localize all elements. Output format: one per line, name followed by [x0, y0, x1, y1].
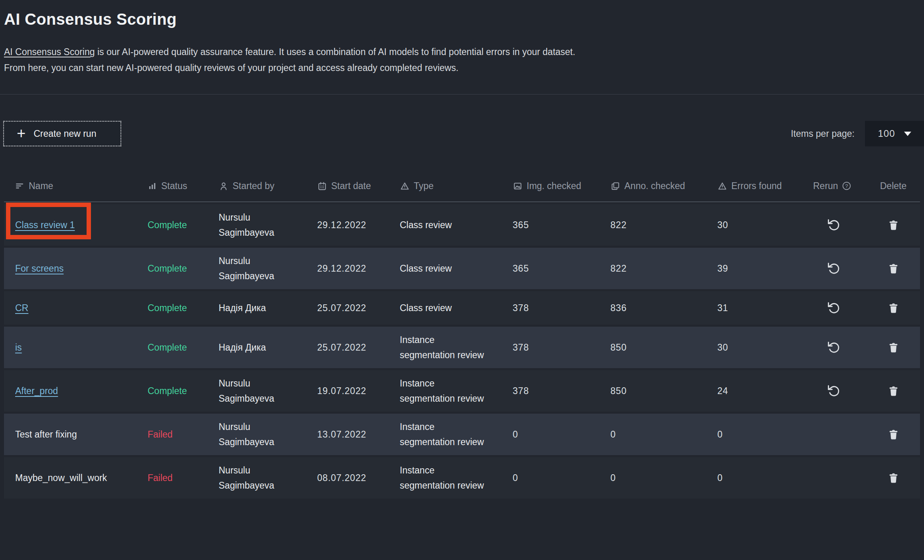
- column-header-name: Name: [15, 181, 148, 191]
- delete-button[interactable]: [885, 300, 902, 317]
- delete-button[interactable]: [885, 426, 902, 443]
- run-status-cell: Complete: [148, 255, 219, 282]
- section-divider: [0, 94, 924, 95]
- column-header-type: Type: [400, 181, 513, 191]
- trash-icon: [887, 341, 900, 354]
- started-by-cell: Nursulu Sagimbayeva: [219, 370, 317, 412]
- anno-checked-cell: 850: [610, 334, 717, 361]
- trash-icon: [887, 472, 900, 484]
- rerun-button[interactable]: [824, 381, 843, 400]
- delete-button[interactable]: [885, 217, 902, 234]
- run-status-cell: Complete: [148, 295, 219, 321]
- run-type-cell: Class review: [400, 255, 513, 282]
- run-name-cell: CR: [15, 295, 148, 321]
- errors-found-cell: 30: [717, 334, 813, 361]
- start-date-cell: 29.12.2022: [317, 255, 400, 282]
- warning-triangle-icon: [400, 181, 410, 191]
- column-header-status: Status: [148, 181, 219, 191]
- delete-button[interactable]: [885, 383, 902, 400]
- warning-triangle-icon: [717, 181, 727, 191]
- run-name-cell: is: [15, 334, 148, 361]
- copy-icon: [610, 181, 620, 191]
- run-name-link[interactable]: CR: [15, 303, 28, 313]
- started-by-cell: Nursulu Sagimbayeva: [219, 204, 317, 246]
- column-header-start-date: Start date: [317, 181, 400, 191]
- delete-button[interactable]: [885, 260, 902, 277]
- run-name-link[interactable]: After_prod: [15, 386, 58, 396]
- rerun-button[interactable]: [824, 259, 843, 278]
- description-line-1: AI Consensus Scoring is our AI-powered q…: [4, 44, 924, 60]
- rerun-icon: [827, 301, 841, 315]
- started-by-cell: Nursulu Sagimbayeva: [219, 414, 317, 455]
- chevron-down-icon: [904, 132, 911, 136]
- start-date-cell: 29.12.2022: [317, 212, 400, 238]
- start-date-cell: 19.07.2022: [317, 378, 400, 404]
- plus-icon: +: [17, 126, 26, 141]
- start-date-cell: 25.07.2022: [317, 334, 400, 361]
- delete-button[interactable]: [885, 339, 902, 356]
- run-type-cell: Class review: [400, 295, 513, 321]
- delete-cell: [855, 469, 920, 487]
- trash-icon: [887, 219, 900, 231]
- img-checked-cell: 378: [513, 334, 610, 361]
- table-row: is Complete Надія Дика 25.07.2022 Instan…: [4, 327, 920, 368]
- rerun-icon: [827, 340, 841, 355]
- started-by-cell: Nursulu Sagimbayeva: [219, 457, 317, 499]
- table-header-row: Name Status Started by Start date Type I…: [4, 170, 920, 202]
- errors-found-cell: 39: [717, 255, 813, 282]
- table-row: Maybe_now_will_work Failed Nursulu Sagim…: [4, 457, 920, 499]
- rerun-button[interactable]: [824, 338, 843, 357]
- run-type-cell: Instance segmentation review: [400, 457, 513, 499]
- trash-icon: [887, 428, 900, 441]
- column-header-errors-found: Errors found: [717, 181, 813, 191]
- anno-checked-cell: 822: [610, 212, 717, 238]
- anno-checked-cell: 836: [610, 295, 717, 321]
- run-name-cell: After_prod: [15, 378, 148, 404]
- run-name-link[interactable]: Class review 1: [15, 220, 75, 230]
- rerun-button[interactable]: [824, 215, 843, 235]
- run-type-cell: Instance segmentation review: [400, 370, 513, 412]
- start-date-cell: 25.07.2022: [317, 295, 400, 321]
- run-status-cell: Complete: [148, 378, 219, 404]
- rerun-cell: [813, 381, 855, 400]
- sort-icon: [15, 181, 25, 191]
- items-per-page: Items per page: 100: [791, 121, 924, 146]
- page-description: AI Consensus Scoring is our AI-powered q…: [4, 44, 924, 76]
- image-icon: [513, 181, 523, 191]
- started-by-cell: Nursulu Sagimbayeva: [219, 248, 317, 289]
- run-name-cell: Class review 1: [15, 212, 148, 238]
- img-checked-cell: 0: [513, 421, 610, 448]
- description-line-1-text: is our AI-powered quality assurance feat…: [95, 47, 575, 57]
- create-new-run-button[interactable]: + Create new run: [3, 121, 121, 146]
- table-row: Test after fixing Failed Nursulu Sagimba…: [4, 414, 920, 455]
- rerun-button[interactable]: [824, 298, 843, 317]
- img-checked-cell: 0: [513, 465, 610, 491]
- anno-checked-cell: 0: [610, 465, 717, 491]
- items-per-page-select[interactable]: 100: [865, 121, 924, 146]
- calendar-icon: [317, 181, 327, 191]
- delete-button[interactable]: [885, 469, 902, 487]
- started-by-cell: Надія Дика: [219, 295, 317, 321]
- run-status-cell: Complete: [148, 212, 219, 238]
- run-status-cell: Failed: [148, 421, 219, 448]
- delete-cell: [855, 260, 920, 277]
- anno-checked-cell: 822: [610, 255, 717, 282]
- run-name-link[interactable]: is: [15, 342, 22, 353]
- trash-icon: [887, 385, 900, 397]
- description-link[interactable]: AI Consensus Scoring: [4, 47, 95, 57]
- run-name-cell: Test after fixing: [15, 421, 148, 448]
- run-type-cell: Instance segmentation review: [400, 414, 513, 455]
- table-row: For screens Complete Nursulu Sagimbayeva…: [4, 248, 920, 289]
- img-checked-cell: 365: [513, 255, 610, 282]
- run-name-link[interactable]: For screens: [15, 263, 63, 274]
- runs-table: Name Status Started by Start date Type I…: [4, 170, 920, 499]
- column-header-rerun: Rerun ?: [813, 181, 855, 191]
- rerun-cell: [813, 298, 855, 317]
- errors-found-cell: 0: [717, 421, 813, 448]
- run-status-cell: Failed: [148, 465, 219, 491]
- person-icon: [219, 181, 229, 191]
- run-type-cell: Instance segmentation review: [400, 327, 513, 368]
- start-date-cell: 08.07.2022: [317, 465, 400, 491]
- toolbar: + Create new run Items per page: 100: [0, 121, 924, 146]
- question-circle-icon[interactable]: ?: [841, 181, 852, 191]
